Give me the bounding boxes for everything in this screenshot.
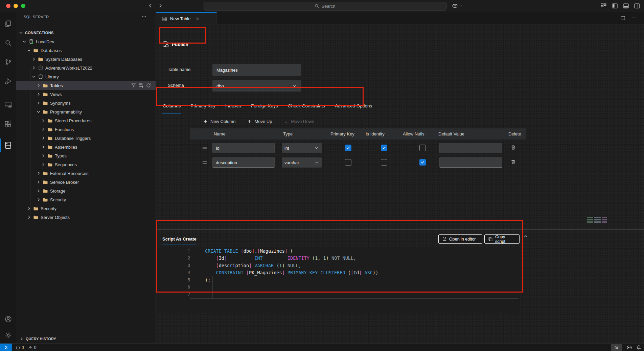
tree-item-assemblies[interactable]: Assemblies [16,143,156,151]
remote-indicator[interactable] [0,344,12,351]
delete-row-button[interactable] [510,159,516,165]
designer-tab-advanced-options[interactable]: Advanced Options [335,101,372,114]
bell-icon[interactable] [636,345,641,350]
customize-layout-icon[interactable] [601,3,606,9]
column-type-select[interactable]: int [282,143,322,153]
new-column-button[interactable]: New Column [203,119,235,124]
grid-header-name: Name [214,128,226,140]
copilot-status-icon[interactable] [626,345,632,350]
chev-right-icon [26,206,32,211]
status-bar: 0 0 [0,343,644,351]
tree-item-localdev[interactable]: LocalDev [16,37,156,46]
tree-item-security[interactable]: Security [16,204,156,213]
copilot-menu-button[interactable] [452,3,462,9]
publish-button[interactable]: Publish [162,41,188,48]
chev-right-icon [36,171,41,176]
tree-item-synonyms[interactable]: Synonyms [16,99,156,107]
toggle-primary-sidebar-icon[interactable] [612,3,618,9]
designer-tab-check-constraints[interactable]: Check Constraints [288,101,325,114]
open-in-editor-button[interactable]: Open in editor [438,234,482,244]
move-down-button[interactable]: Move Down [283,119,314,124]
drag-handle-icon[interactable] [202,145,208,151]
refresh-icon[interactable] [146,83,151,88]
tree-item-system-databases[interactable]: System Databases [16,55,156,64]
table-plus-icon[interactable] [138,83,144,88]
table-icon [162,16,167,22]
schema-select[interactable]: dbo [212,80,301,92]
chevron-down-icon [22,39,27,44]
activity-bar-extensions[interactable] [0,117,16,132]
delete-row-button[interactable] [510,145,516,150]
tree-item-library[interactable]: Library [16,72,156,81]
tree-item-storage[interactable]: Storage [16,186,156,195]
designer-tab-foreign-keys[interactable]: Foreign Keys [251,101,278,114]
chev-down-icon [36,109,41,115]
tree-item-security[interactable]: Security [16,195,156,204]
refresh-icon [146,83,151,88]
grid-header-allow-nulls: Allow Nulls [403,128,424,140]
chev-right-icon [26,215,32,220]
close-window-icon[interactable] [6,4,10,8]
toggle-secondary-sidebar-icon[interactable] [634,3,640,9]
script-panel-title: Script As Create [162,236,197,245]
tree-item-server-objects[interactable]: Server Objects [16,213,156,222]
forward-icon[interactable] [158,3,163,8]
folder-icon [43,188,48,194]
tree-item-databases[interactable]: Databases [16,46,156,55]
column-name-input[interactable] [212,143,275,153]
tree-item-service-broker[interactable]: Service Broker [16,178,156,186]
activity-bar-run-debug[interactable] [0,74,16,89]
table-name-input[interactable] [212,64,301,76]
designer-tab-primary-key[interactable]: Primary Key [190,101,216,114]
activity-bar-sql-server[interactable] [0,138,16,153]
search-input[interactable]: Search [204,2,446,10]
copy-script-button[interactable]: Copy script [484,234,520,244]
activity-bar-source-control[interactable] [0,55,16,70]
toggle-panel-icon[interactable] [623,3,629,9]
chevron-up-icon[interactable] [523,233,529,240]
problems-indicator[interactable]: 0 0 [16,345,36,350]
close-icon[interactable] [195,17,200,21]
designer-tab-columns[interactable]: Columns [162,101,181,114]
zoom-indicator[interactable] [611,344,622,351]
tree-item-sequences[interactable]: Sequences [16,160,156,169]
chev-down-icon [31,74,37,79]
sidebar-more-actions-icon[interactable]: ⋯ [141,14,147,20]
editor-area: New Table ⋯ Publish Table name Schema [156,12,644,343]
tree-item-programmability[interactable]: Programmability [16,107,156,116]
activity-bar-explorer[interactable] [0,16,16,31]
split-editor-icon[interactable] [620,16,625,21]
tree-item-stored-procedures[interactable]: Stored Procedures [16,116,156,125]
query-history-section[interactable]: QUERY HISTORY [16,334,156,343]
activity-bar-search[interactable] [0,35,16,50]
filter-icon[interactable] [131,83,136,88]
tree-item-database-triggers[interactable]: Database Triggers [16,134,156,143]
tree-item-adventureworkslt2022[interactable]: AdventureWorksLT2022 [16,64,156,72]
minimize-window-icon[interactable] [14,4,18,8]
column-type-select[interactable]: varchar [282,157,322,168]
move-up-button[interactable]: Move Up [247,119,272,124]
editor-more-actions-icon[interactable]: ⋯ [631,16,637,21]
back-icon[interactable] [148,3,153,8]
tree-item-external-resources[interactable]: External Resources [16,169,156,178]
activity-bar-remote-explorer[interactable] [0,97,16,112]
script-code-editor[interactable]: 1CREATE TABLE [dbo].[Magazines] (2 [Id] … [157,247,520,314]
maximize-window-icon[interactable] [21,4,25,8]
column-name-input[interactable] [212,157,275,168]
connections-header[interactable]: CONNECTIONS [16,28,156,37]
default-value-input[interactable] [439,157,502,168]
drag-handle-icon[interactable] [202,159,208,166]
search-icon [4,39,12,47]
designer-tab-indexes[interactable]: Indexes [225,101,242,114]
tree-item-types[interactable]: Types [16,151,156,160]
tree-item-views[interactable]: Views [16,90,156,99]
line-number: 2 [157,256,190,260]
activity-bar-settings[interactable] [0,328,16,343]
activity-bar-accounts[interactable] [0,311,16,326]
tab-new-table[interactable]: New Table [156,12,217,25]
default-value-input[interactable] [439,143,502,153]
tree-item-tables[interactable]: Tables [16,81,156,90]
remote-explorer-icon [4,101,12,109]
tree-item-functions[interactable]: Functions [16,125,156,134]
panel-divider[interactable] [156,229,644,230]
